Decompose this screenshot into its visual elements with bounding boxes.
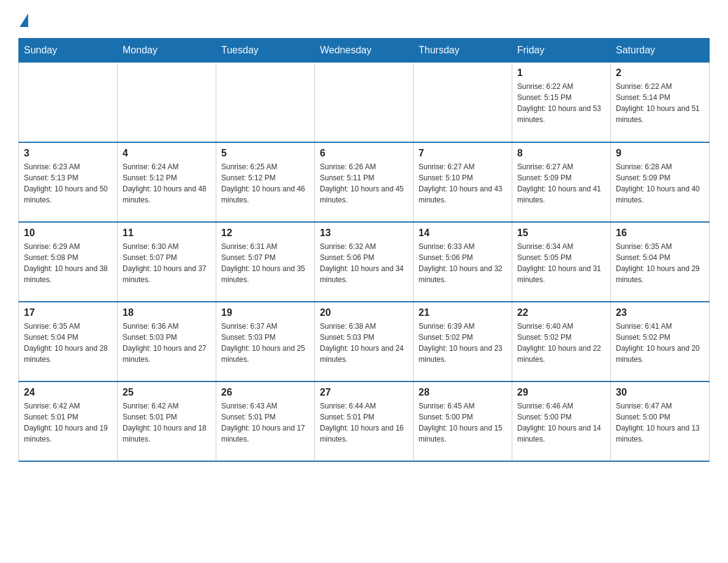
day-info: Sunrise: 6:45 AM Sunset: 5:00 PM Dayligh…	[419, 400, 507, 445]
day-number: 4	[123, 148, 211, 159]
calendar-cell	[315, 63, 414, 142]
day-number: 3	[24, 148, 112, 159]
calendar-header-row: SundayMondayTuesdayWednesdayThursdayFrid…	[19, 39, 710, 63]
day-info: Sunrise: 6:37 AM Sunset: 5:03 PM Dayligh…	[221, 321, 309, 365]
calendar-cell: 5Sunrise: 6:25 AM Sunset: 5:12 PM Daylig…	[216, 142, 315, 222]
day-info: Sunrise: 6:39 AM Sunset: 5:02 PM Dayligh…	[419, 321, 507, 365]
calendar-cell: 19Sunrise: 6:37 AM Sunset: 5:03 PM Dayli…	[216, 302, 315, 381]
calendar-cell: 13Sunrise: 6:32 AM Sunset: 5:06 PM Dayli…	[315, 222, 414, 302]
day-info: Sunrise: 6:30 AM Sunset: 5:07 PM Dayligh…	[123, 241, 211, 285]
day-number: 1	[517, 67, 605, 79]
column-header-thursday: Thursday	[414, 39, 512, 63]
day-number: 9	[616, 148, 704, 159]
column-header-saturday: Saturday	[611, 39, 710, 63]
day-info: Sunrise: 6:40 AM Sunset: 5:02 PM Dayligh…	[517, 321, 605, 365]
day-number: 6	[320, 148, 408, 159]
day-info: Sunrise: 6:32 AM Sunset: 5:06 PM Dayligh…	[320, 241, 408, 285]
logo	[18, 12, 29, 26]
column-header-friday: Friday	[512, 39, 611, 63]
day-number: 15	[517, 228, 605, 239]
calendar-cell: 17Sunrise: 6:35 AM Sunset: 5:04 PM Dayli…	[19, 302, 118, 381]
day-number: 19	[221, 307, 309, 318]
calendar-cell: 9Sunrise: 6:28 AM Sunset: 5:09 PM Daylig…	[611, 142, 710, 222]
day-number: 23	[616, 307, 704, 318]
calendar-cell: 26Sunrise: 6:43 AM Sunset: 5:01 PM Dayli…	[216, 381, 315, 461]
day-info: Sunrise: 6:35 AM Sunset: 5:04 PM Dayligh…	[616, 241, 704, 285]
calendar-table: SundayMondayTuesdayWednesdayThursdayFrid…	[18, 38, 710, 462]
day-info: Sunrise: 6:44 AM Sunset: 5:01 PM Dayligh…	[320, 400, 408, 445]
day-info: Sunrise: 6:22 AM Sunset: 5:15 PM Dayligh…	[517, 81, 605, 125]
calendar-cell: 25Sunrise: 6:42 AM Sunset: 5:01 PM Dayli…	[118, 381, 216, 461]
calendar-cell: 12Sunrise: 6:31 AM Sunset: 5:07 PM Dayli…	[216, 222, 315, 302]
day-info: Sunrise: 6:27 AM Sunset: 5:10 PM Dayligh…	[419, 161, 507, 205]
day-info: Sunrise: 6:34 AM Sunset: 5:05 PM Dayligh…	[517, 241, 605, 285]
calendar-cell: 18Sunrise: 6:36 AM Sunset: 5:03 PM Dayli…	[118, 302, 216, 381]
calendar-cell: 6Sunrise: 6:26 AM Sunset: 5:11 PM Daylig…	[315, 142, 414, 222]
page-header	[18, 12, 710, 26]
calendar-cell: 21Sunrise: 6:39 AM Sunset: 5:02 PM Dayli…	[414, 302, 512, 381]
day-info: Sunrise: 6:31 AM Sunset: 5:07 PM Dayligh…	[221, 241, 309, 285]
day-number: 13	[320, 228, 408, 239]
calendar-cell: 2Sunrise: 6:22 AM Sunset: 5:14 PM Daylig…	[611, 63, 710, 142]
calendar-cell: 30Sunrise: 6:47 AM Sunset: 5:00 PM Dayli…	[611, 381, 710, 461]
day-number: 10	[24, 228, 112, 239]
day-number: 21	[419, 307, 507, 318]
day-number: 5	[221, 148, 309, 159]
calendar-week-row-3: 10Sunrise: 6:29 AM Sunset: 5:08 PM Dayli…	[19, 222, 710, 302]
calendar-cell: 14Sunrise: 6:33 AM Sunset: 5:06 PM Dayli…	[414, 222, 512, 302]
calendar-cell: 7Sunrise: 6:27 AM Sunset: 5:10 PM Daylig…	[414, 142, 512, 222]
day-info: Sunrise: 6:23 AM Sunset: 5:13 PM Dayligh…	[24, 161, 112, 205]
calendar-week-row-5: 24Sunrise: 6:42 AM Sunset: 5:01 PM Dayli…	[19, 381, 710, 461]
day-number: 8	[517, 148, 605, 159]
calendar-cell: 8Sunrise: 6:27 AM Sunset: 5:09 PM Daylig…	[512, 142, 611, 222]
day-info: Sunrise: 6:24 AM Sunset: 5:12 PM Dayligh…	[123, 161, 211, 205]
calendar-cell: 4Sunrise: 6:24 AM Sunset: 5:12 PM Daylig…	[118, 142, 216, 222]
day-number: 29	[517, 387, 605, 398]
day-info: Sunrise: 6:42 AM Sunset: 5:01 PM Dayligh…	[123, 400, 211, 445]
day-number: 14	[419, 228, 507, 239]
day-info: Sunrise: 6:46 AM Sunset: 5:00 PM Dayligh…	[517, 400, 605, 445]
calendar-cell: 23Sunrise: 6:41 AM Sunset: 5:02 PM Dayli…	[611, 302, 710, 381]
calendar-week-row-2: 3Sunrise: 6:23 AM Sunset: 5:13 PM Daylig…	[19, 142, 710, 222]
day-info: Sunrise: 6:41 AM Sunset: 5:02 PM Dayligh…	[616, 321, 704, 365]
day-number: 30	[616, 387, 704, 398]
calendar-cell: 29Sunrise: 6:46 AM Sunset: 5:00 PM Dayli…	[512, 381, 611, 461]
calendar-cell: 15Sunrise: 6:34 AM Sunset: 5:05 PM Dayli…	[512, 222, 611, 302]
day-info: Sunrise: 6:29 AM Sunset: 5:08 PM Dayligh…	[24, 241, 112, 285]
day-info: Sunrise: 6:22 AM Sunset: 5:14 PM Dayligh…	[616, 81, 704, 125]
day-info: Sunrise: 6:25 AM Sunset: 5:12 PM Dayligh…	[221, 161, 309, 205]
day-info: Sunrise: 6:33 AM Sunset: 5:06 PM Dayligh…	[419, 241, 507, 285]
calendar-cell: 16Sunrise: 6:35 AM Sunset: 5:04 PM Dayli…	[611, 222, 710, 302]
calendar-cell: 24Sunrise: 6:42 AM Sunset: 5:01 PM Dayli…	[19, 381, 118, 461]
calendar-cell	[414, 63, 512, 142]
calendar-cell	[118, 63, 216, 142]
calendar-cell: 27Sunrise: 6:44 AM Sunset: 5:01 PM Dayli…	[315, 381, 414, 461]
day-number: 12	[221, 228, 309, 239]
day-info: Sunrise: 6:42 AM Sunset: 5:01 PM Dayligh…	[24, 400, 112, 445]
calendar-cell: 28Sunrise: 6:45 AM Sunset: 5:00 PM Dayli…	[414, 381, 512, 461]
day-info: Sunrise: 6:28 AM Sunset: 5:09 PM Dayligh…	[616, 161, 704, 205]
day-number: 20	[320, 307, 408, 318]
column-header-sunday: Sunday	[19, 39, 118, 63]
day-number: 25	[123, 387, 211, 398]
day-number: 22	[517, 307, 605, 318]
day-number: 18	[123, 307, 211, 318]
day-info: Sunrise: 6:27 AM Sunset: 5:09 PM Dayligh…	[517, 161, 605, 205]
calendar-cell	[19, 63, 118, 142]
calendar-cell: 3Sunrise: 6:23 AM Sunset: 5:13 PM Daylig…	[19, 142, 118, 222]
day-number: 28	[419, 387, 507, 398]
calendar-week-row-4: 17Sunrise: 6:35 AM Sunset: 5:04 PM Dayli…	[19, 302, 710, 381]
calendar-cell: 1Sunrise: 6:22 AM Sunset: 5:15 PM Daylig…	[512, 63, 611, 142]
day-info: Sunrise: 6:38 AM Sunset: 5:03 PM Dayligh…	[320, 321, 408, 365]
day-info: Sunrise: 6:35 AM Sunset: 5:04 PM Dayligh…	[24, 321, 112, 365]
day-number: 2	[616, 67, 704, 79]
logo-triangle-icon	[20, 13, 28, 27]
calendar-cell: 10Sunrise: 6:29 AM Sunset: 5:08 PM Dayli…	[19, 222, 118, 302]
day-number: 7	[419, 148, 507, 159]
day-number: 11	[123, 228, 211, 239]
day-number: 16	[616, 228, 704, 239]
day-info: Sunrise: 6:36 AM Sunset: 5:03 PM Dayligh…	[123, 321, 211, 365]
calendar-cell: 11Sunrise: 6:30 AM Sunset: 5:07 PM Dayli…	[118, 222, 216, 302]
day-number: 27	[320, 387, 408, 398]
day-info: Sunrise: 6:47 AM Sunset: 5:00 PM Dayligh…	[616, 400, 704, 445]
